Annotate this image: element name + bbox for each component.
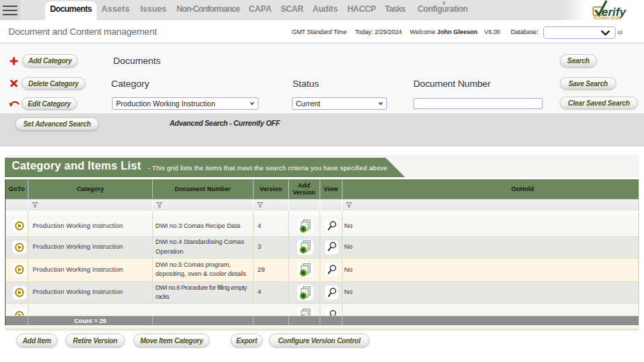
svg-text:TECHNOLOGIES: TECHNOLOGIES — [593, 17, 622, 20]
